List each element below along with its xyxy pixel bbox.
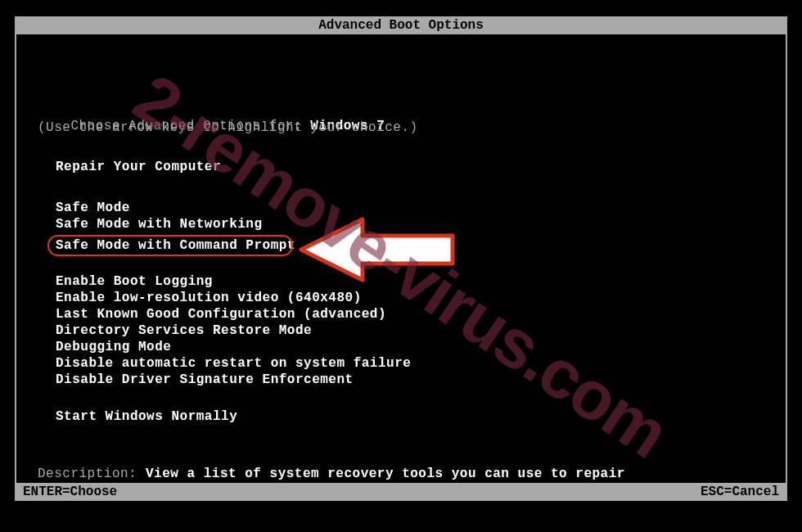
arrow-indicator-icon — [293, 213, 457, 286]
hint-line: (Use the arrow keys to highlight your ch… — [38, 120, 418, 135]
description-line-1: View a list of system recovery tools you… — [146, 467, 625, 481]
option-repair-your-computer[interactable]: Repair Your Computer — [56, 160, 221, 174]
footer-esc-hint: ESC=Cancel — [701, 483, 779, 501]
option-safe-mode-networking[interactable]: Safe Mode with Networking — [56, 217, 263, 232]
footer-bar: ENTER=Choose ESC=Cancel — [15, 483, 787, 501]
option-start-windows-normally[interactable]: Start Windows Normally — [56, 409, 237, 424]
option-disable-auto-restart[interactable]: Disable automatic restart on system fail… — [56, 356, 411, 371]
selection-highlight — [47, 235, 293, 256]
option-low-resolution-video[interactable]: Enable low-resolution video (640x480) — [56, 291, 362, 305]
option-enable-boot-logging[interactable]: Enable Boot Logging — [56, 274, 213, 289]
footer-enter-hint: ENTER=Choose — [23, 483, 117, 501]
option-safe-mode[interactable]: Safe Mode — [56, 201, 130, 215]
option-debugging-mode[interactable]: Debugging Mode — [56, 340, 171, 354]
option-disable-driver-signature[interactable]: Disable Driver Signature Enforcement — [56, 372, 354, 387]
option-last-known-good-config[interactable]: Last Known Good Configuration (advanced) — [56, 307, 386, 322]
description-label: Description: — [38, 467, 137, 481]
option-directory-services-restore[interactable]: Directory Services Restore Mode — [56, 323, 312, 338]
svg-marker-0 — [301, 219, 453, 280]
content-area: Choose Advanced Options for: Windows 7 (… — [15, 34, 787, 483]
